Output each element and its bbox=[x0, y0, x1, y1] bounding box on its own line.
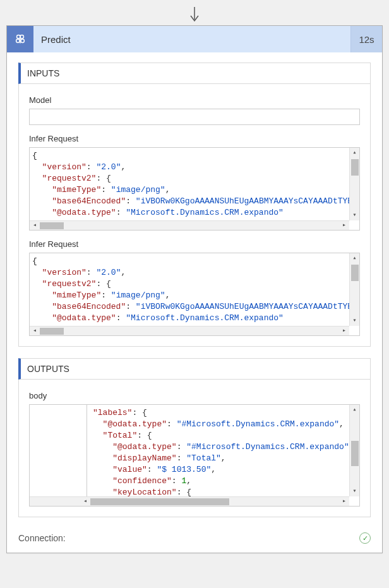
card-duration: 12s bbox=[350, 26, 382, 52]
predict-card: Predict 12s INPUTS Model Infer Request {… bbox=[6, 25, 383, 553]
inputs-title: INPUTS bbox=[18, 63, 371, 84]
svg-point-3 bbox=[16, 39, 20, 43]
body-code[interactable]: "labels": { "@odata.type": "#Microsoft.D… bbox=[29, 404, 360, 507]
scroll-thumb-h[interactable] bbox=[40, 328, 64, 335]
infer-request-1-code[interactable]: { "version": "2.0", "requestv2": { "mime… bbox=[29, 147, 360, 231]
infer-request-1-field: Infer Request { "version": "2.0", "reque… bbox=[29, 134, 360, 231]
scroll-right-icon[interactable]: ▸ bbox=[339, 220, 349, 231]
horizontal-scrollbar[interactable]: ◂ ▸ bbox=[30, 220, 349, 230]
svg-point-4 bbox=[21, 39, 24, 43]
inputs-title-text: INPUTS bbox=[27, 68, 59, 78]
scroll-down-icon[interactable]: ▾ bbox=[352, 316, 356, 326]
scroll-down-icon[interactable]: ▾ bbox=[352, 210, 356, 220]
scroll-thumb[interactable] bbox=[351, 441, 359, 466]
scroll-down-icon[interactable]: ▾ bbox=[352, 486, 356, 496]
connection-label: Connection: bbox=[18, 533, 66, 543]
infer-request-2-field: Infer Request { "version": "2.0", "reque… bbox=[29, 239, 360, 336]
scroll-left-icon[interactable]: ◂ bbox=[80, 496, 90, 507]
footer: Connection: ✓ bbox=[7, 530, 382, 553]
scroll-thumb-h[interactable] bbox=[40, 222, 64, 229]
horizontal-scrollbar[interactable]: ◂ ▸ bbox=[30, 496, 349, 506]
outputs-title-text: OUTPUTS bbox=[27, 364, 69, 374]
scroll-thumb[interactable] bbox=[351, 265, 359, 281]
body-field: body "labels": { "@odata.type": "#Micros… bbox=[29, 391, 360, 507]
scroll-thumb[interactable] bbox=[351, 159, 359, 176]
vertical-scrollbar[interactable]: ▴ ▾ bbox=[349, 405, 359, 496]
model-input[interactable] bbox=[29, 109, 360, 125]
scroll-up-icon[interactable]: ▴ bbox=[352, 405, 356, 415]
scroll-up-icon[interactable]: ▴ bbox=[352, 148, 356, 158]
horizontal-scrollbar[interactable]: ◂ ▸ bbox=[30, 326, 349, 335]
svg-point-2 bbox=[20, 35, 24, 39]
brain-icon bbox=[7, 26, 33, 52]
scroll-left-icon[interactable]: ◂ bbox=[30, 325, 40, 336]
outputs-section: OUTPUTS body "labels": { "@odata.type": … bbox=[18, 358, 371, 517]
infer-request-2-code[interactable]: { "version": "2.0", "requestv2": { "mime… bbox=[29, 253, 360, 336]
inputs-section: INPUTS Model Infer Request { "version": … bbox=[18, 63, 371, 347]
scroll-right-icon[interactable]: ▸ bbox=[339, 496, 349, 507]
arrow-down-icon bbox=[188, 7, 201, 25]
infer-request-1-label: Infer Request bbox=[29, 134, 360, 143]
check-circle-icon: ✓ bbox=[359, 532, 371, 544]
scroll-right-icon[interactable]: ▸ bbox=[339, 325, 349, 336]
model-label: Model bbox=[29, 95, 360, 105]
model-field: Model bbox=[29, 95, 360, 125]
card-header[interactable]: Predict 12s bbox=[7, 26, 382, 52]
card-title: Predict bbox=[33, 26, 350, 52]
scroll-thumb-h[interactable] bbox=[90, 498, 229, 505]
infer-request-2-label: Infer Request bbox=[29, 239, 360, 249]
svg-point-1 bbox=[17, 35, 21, 39]
body-label: body bbox=[29, 391, 360, 400]
scroll-up-icon[interactable]: ▴ bbox=[352, 253, 356, 263]
vertical-scrollbar[interactable]: ▴ ▾ bbox=[349, 253, 359, 326]
connector-arrow bbox=[6, 6, 383, 25]
outputs-title: OUTPUTS bbox=[18, 358, 371, 380]
vertical-scrollbar[interactable]: ▴ ▾ bbox=[349, 148, 359, 220]
scroll-left-icon[interactable]: ◂ bbox=[30, 220, 40, 231]
